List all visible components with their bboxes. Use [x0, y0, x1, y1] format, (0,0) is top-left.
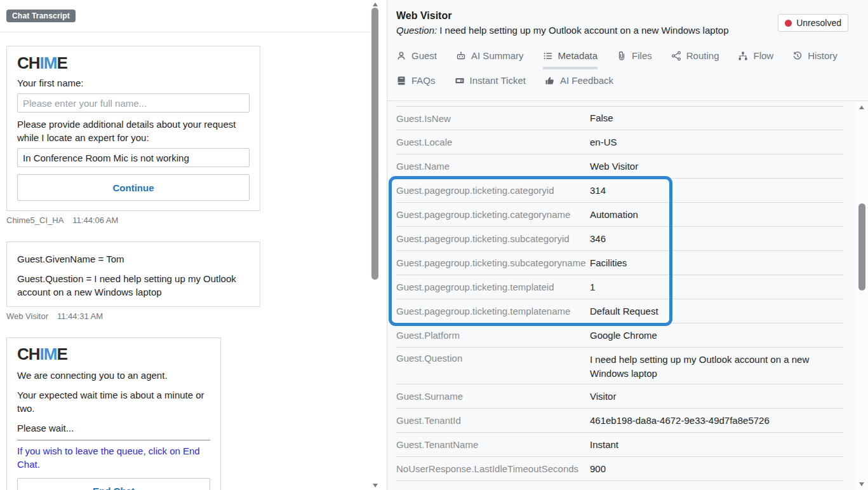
metadata-value: Web Visitor [590, 160, 844, 174]
logo-part: CH [17, 53, 40, 72]
tab-faqs[interactable]: FAQs [396, 75, 436, 90]
left-scrollbar-thumb[interactable] [371, 8, 378, 280]
chat-transcript-badge: Chat Transcript [6, 10, 76, 22]
logo-part: IM [40, 53, 57, 72]
sender-name: Web Visitor [6, 311, 48, 321]
metadata-row: Guest.pagegroup.ticketing.templatename D… [396, 299, 844, 323]
metadata-key: Guest.TenantName [396, 439, 590, 450]
scroll-down-arrow-icon[interactable] [373, 484, 378, 487]
card-divider [17, 440, 210, 440]
tab-flow[interactable]: Flow [738, 50, 773, 69]
metadata-value: Automation [590, 208, 844, 222]
metadata-row: Guest.Locale en-US [396, 130, 844, 154]
timestamp: 11:44:31 AM [57, 311, 103, 321]
tab-routing[interactable]: Routing [671, 50, 719, 69]
flow-icon [738, 51, 748, 61]
tab-label: Files [632, 50, 652, 61]
metadata-key: Guest.Name [396, 161, 590, 172]
ticket-icon [455, 76, 465, 86]
status-dot-icon [785, 20, 792, 27]
metadata-row: Guest.pagegroup.ticketing.templateid 1 [396, 275, 844, 299]
tab-instant-ticket[interactable]: Instant Ticket [455, 75, 526, 90]
tab-history[interactable]: History [792, 50, 838, 69]
metadata-value: Facilities [590, 256, 844, 270]
full-name-input[interactable] [17, 93, 250, 112]
scroll-down-arrow-icon[interactable] [859, 482, 864, 486]
metadata-key: Guest.Locale [396, 137, 590, 147]
metadata-key: Guest.pagegroup.ticketing.templatename [396, 306, 590, 316]
metadata-key: Guest.pagegroup.ticketing.categoryname [396, 209, 590, 220]
robot-icon [456, 51, 466, 61]
message-meta: Web Visitor 11:44:31 AM [6, 311, 370, 321]
tab-ai-feedback[interactable]: AI Feedback [545, 75, 613, 90]
logo-part: E [57, 53, 67, 72]
tab-guest[interactable]: Guest [396, 50, 437, 69]
metadata-row: Guest.TenantId 461eb198-da8a-4672-9e33-4… [396, 409, 844, 433]
right-scrollbar-thumb[interactable] [858, 203, 865, 290]
sender-name: Chime5_CI_HA [6, 215, 63, 225]
metadata-row: Guest.Name Web Visitor [396, 154, 844, 179]
details-input[interactable] [17, 148, 250, 167]
metadata-row: Guest.Surname Visitor [396, 385, 844, 409]
tab-label: Instant Ticket [470, 75, 526, 86]
chat-card-guest-vars: Guest.GivenName = Tom Guest.Question = I… [6, 242, 260, 307]
metadata-key: Guest.pagegroup.ticketing.subcategorynam… [396, 257, 590, 268]
metadata-row: Guest.Question I need help setting up my… [396, 348, 844, 385]
header-divider [0, 32, 370, 32]
tab-files[interactable]: Files [617, 50, 652, 69]
tab-label: Metadata [558, 50, 598, 61]
tab-label: History [808, 50, 838, 61]
list-icon [543, 51, 553, 61]
status-badge[interactable]: Unresolved [778, 14, 848, 32]
logo-part: CH [17, 344, 40, 364]
tab-ai-summary[interactable]: AI Summary [456, 50, 524, 69]
metadata-key: Guest.Question [396, 353, 590, 364]
metadata-row: Guest.pagegroup.ticketing.categoryid 314 [396, 179, 844, 203]
metadata-value: 900 [590, 462, 844, 476]
metadata-row: Guest.pagegroup.ticketing.subcategoryid … [396, 227, 844, 251]
metadata-key: Guest.pagegroup.ticketing.subcategoryid [396, 233, 590, 244]
chat-card-connecting: CHIME We are connecting you to an agent.… [6, 337, 221, 490]
metadata-row: Guest.pagegroup.ticketing.categoryname A… [396, 203, 844, 227]
timestamp: 11:44:06 AM [72, 215, 118, 225]
chime-logo: CHIME [17, 55, 250, 71]
continue-button[interactable]: Continue [17, 174, 250, 201]
metadata-row: Guest.IsNew False [396, 106, 844, 130]
tab-metadata[interactable]: Metadata [543, 50, 598, 69]
metadata-value: 314 [590, 184, 844, 198]
metadata-value: en-US [590, 135, 844, 149]
metadata-value: False [590, 111, 844, 125]
metadata-value: Instant [590, 438, 844, 452]
chat-card-bot-form: CHIME Your first name: Please provide ad… [6, 46, 260, 211]
metadata-key: Guest.pagegroup.ticketing.categoryid [396, 185, 590, 196]
metadata-value: 1 [590, 280, 844, 294]
badge-row: Chat Transcript [6, 0, 370, 23]
metadata-value: I need help setting up my Outlook accoun… [590, 353, 844, 381]
scroll-up-arrow-icon[interactable] [859, 105, 864, 109]
details-header: Web Visitor Question:I need help setting… [387, 0, 868, 101]
metadata-value: 461eb198-da8a-4672-9e33-49d7fa8e5726 [590, 414, 844, 428]
left-scrollbar[interactable] [371, 0, 380, 490]
tab-label: AI Summary [471, 50, 524, 61]
right-scrollbar[interactable] [857, 102, 867, 490]
metadata-row: NoUserResponse.LastIdleTimeoutSeconds 90… [396, 457, 844, 481]
metadata-key: Guest.Surname [396, 391, 590, 402]
conversation-details-panel: Web Visitor Question:I need help setting… [387, 0, 868, 490]
tab-label: FAQs [411, 75, 436, 86]
end-chat-button[interactable]: End Chat [17, 478, 210, 490]
metadata-key: Guest.TenantId [396, 415, 590, 426]
metadata-value: Google Chrome [590, 329, 844, 343]
logo-part: E [57, 344, 67, 364]
wait-time-line: Your expected wait time is about a minut… [17, 388, 210, 415]
tab-label: AI Feedback [560, 75, 613, 86]
chat-transcript-panel: Chat Transcript CHIME Your first name: P… [0, 0, 370, 490]
scroll-up-arrow-icon[interactable] [373, 3, 378, 6]
metadata-value: 346 [590, 232, 844, 246]
app-root: Chat Transcript CHIME Your first name: P… [0, 0, 868, 490]
paperclip-icon [617, 51, 627, 61]
tab-label: Flow [753, 50, 773, 61]
metadata-key: Guest.IsNew [396, 113, 590, 124]
logo-part: IM [40, 344, 57, 364]
guest-givenname-line: Guest.GivenName = Tom [17, 252, 250, 266]
metadata-row: Guest.Platform Google Chrome [396, 323, 844, 348]
